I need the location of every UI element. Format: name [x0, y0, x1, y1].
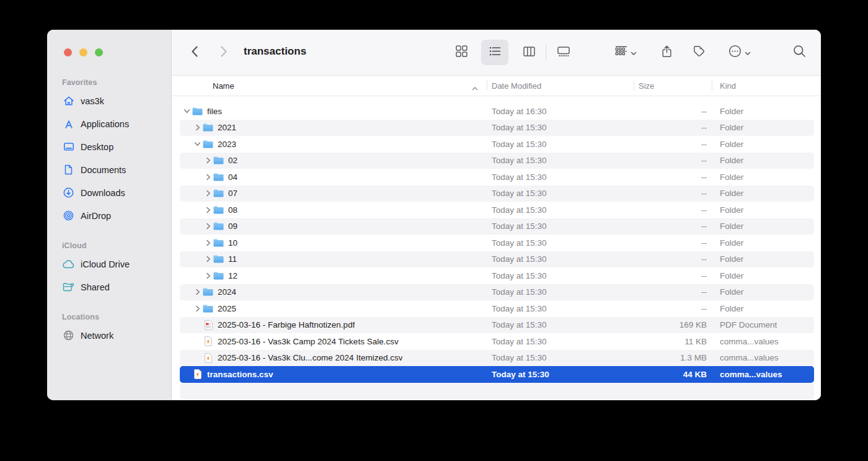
file-row-12[interactable]: 12Today at 15:30--Folder: [180, 267, 814, 284]
forward-button[interactable]: [216, 45, 232, 61]
file-row-transactions-csv[interactable]: transactions.csvToday at 15:3044 KBcomma…: [180, 366, 814, 383]
sidebar-item-desktop[interactable]: Desktop: [62, 135, 165, 158]
file-name: 2021: [218, 123, 236, 132]
download-icon: [62, 187, 75, 198]
icon-view-button[interactable]: [448, 40, 475, 65]
file-row-2023[interactable]: 2023Today at 15:30--Folder: [180, 136, 814, 153]
disclosure-collapsed-icon[interactable]: [193, 305, 202, 312]
file-name-cell: 2025-03-16 - Vas3k Camp 2024 Tickets Sal…: [180, 336, 487, 346]
sidebar-item-airdrop[interactable]: AirDrop: [62, 204, 165, 227]
column-header-size[interactable]: Size: [634, 76, 712, 96]
file-row-10[interactable]: 10Today at 15:30--Folder: [180, 235, 814, 251]
file-name: 2025: [218, 304, 236, 313]
file-row-09[interactable]: 09Today at 15:30--Folder: [180, 218, 814, 235]
sidebar-item-downloads[interactable]: Downloads: [62, 181, 165, 204]
disclosure-collapsed-icon[interactable]: [203, 174, 213, 181]
file-kind: Folder: [712, 189, 814, 198]
file-size: --: [634, 222, 712, 231]
search-button[interactable]: [786, 40, 813, 65]
file-row-08[interactable]: 08Today at 15:30--Folder: [180, 202, 814, 218]
file-name: 2025-03-16 - Vas3k Clu...come 2024 Itemi…: [218, 353, 402, 362]
file-row-2025-03-16-vas3k-camp-2024-tickets-sale-csv[interactable]: 2025-03-16 - Vas3k Camp 2024 Tickets Sal…: [180, 333, 814, 350]
column-header-name[interactable]: Name: [180, 76, 487, 96]
chevron-down-icon: [631, 47, 637, 58]
file-row-2025-03-16-farbige-haftnotizen-pdf[interactable]: 2025-03-16 - Farbige Haftnotizen.pdfToda…: [180, 317, 814, 334]
file-kind: Folder: [712, 205, 814, 215]
file-name-cell: 02: [180, 156, 487, 165]
zoom-button[interactable]: [95, 48, 103, 56]
file-name: transactions.csv: [207, 370, 273, 379]
sidebar-section-label: Favorites: [62, 78, 165, 87]
disclosure-collapsed-icon[interactable]: [203, 157, 213, 164]
disclosure-collapsed-icon[interactable]: [203, 272, 213, 279]
file-date-modified: Today at 15:30: [487, 222, 634, 231]
close-button[interactable]: [64, 48, 72, 56]
disclosure-collapsed-icon[interactable]: [203, 190, 213, 197]
appstore-icon: [62, 119, 75, 129]
file-row-11[interactable]: 11Today at 15:30--Folder: [180, 251, 814, 268]
chevron-left-icon: [190, 45, 198, 60]
cloud-icon: [62, 260, 75, 269]
folder-icon: [202, 305, 214, 313]
file-row-2025[interactable]: 2025Today at 15:30--Folder: [180, 300, 814, 317]
group-button[interactable]: [608, 40, 644, 65]
file-list: filesToday at 16:30--Folder2021Today at …: [172, 96, 821, 400]
file-name: 2024: [218, 287, 236, 297]
sidebar-item-applications[interactable]: Applications: [62, 112, 165, 135]
share-button[interactable]: [653, 40, 680, 65]
file-row-2025-03-16-vas3k-clu-come-2024-itemized-csv[interactable]: 2025-03-16 - Vas3k Clu...come 2024 Itemi…: [180, 350, 814, 367]
airdrop-icon: [62, 210, 75, 221]
more-actions-button[interactable]: [722, 40, 758, 65]
sidebar-item-vas3k[interactable]: vas3k: [62, 89, 165, 112]
file-row-2024[interactable]: 2024Today at 15:30--Folder: [180, 284, 814, 301]
sidebar-item-network[interactable]: Network: [62, 324, 165, 347]
column-header-kind[interactable]: Kind: [712, 76, 814, 96]
file-name-cell: 2025-03-16 - Vas3k Clu...come 2024 Itemi…: [180, 353, 487, 363]
column-header-date-modified[interactable]: Date Modified: [487, 76, 634, 96]
list-view-button[interactable]: [481, 40, 508, 65]
sidebar-item-documents[interactable]: Documents: [62, 158, 165, 181]
file-row-02[interactable]: 02Today at 15:30--Folder: [180, 153, 814, 169]
column-view-button[interactable]: [515, 40, 542, 65]
file-size: 11 KB: [634, 337, 712, 346]
file-name: 07: [228, 189, 237, 198]
window-title: transactions: [244, 45, 306, 58]
file-row-04[interactable]: 04Today at 15:30--Folder: [180, 169, 814, 186]
file-size: --: [634, 172, 712, 182]
tags-button[interactable]: [685, 40, 712, 65]
minimize-button[interactable]: [79, 48, 87, 56]
toolbar-separator: [546, 45, 546, 61]
back-button[interactable]: [186, 45, 202, 61]
folder-icon: [213, 173, 224, 181]
file-name-cell: 2021: [180, 123, 487, 132]
file-kind: Folder: [712, 287, 814, 297]
disclosure-collapsed-icon[interactable]: [203, 223, 213, 230]
file-size: --: [634, 304, 712, 313]
disclosure-collapsed-icon[interactable]: [193, 289, 202, 295]
file-row-2021[interactable]: 2021Today at 15:30--Folder: [180, 120, 814, 137]
grid-view-icon: [456, 45, 467, 60]
file-date-modified: Today at 15:30: [487, 271, 634, 280]
file-row-files[interactable]: filesToday at 16:30--Folder: [180, 103, 814, 120]
disclosure-expanded-icon[interactable]: [193, 141, 202, 146]
sidebar-item-shared[interactable]: Shared: [62, 275, 165, 298]
folder-icon: [213, 272, 224, 280]
disclosure-collapsed-icon[interactable]: [203, 239, 213, 246]
disclosure-collapsed-icon[interactable]: [203, 256, 213, 262]
file-name-cell: 04: [180, 172, 487, 182]
file-size: --: [634, 140, 712, 149]
empty-stripe-row: [180, 383, 814, 400]
search-icon: [793, 45, 806, 60]
file-size: --: [634, 156, 712, 165]
file-name-cell: 2023: [180, 140, 487, 149]
gallery-view-button[interactable]: [550, 40, 577, 65]
file-size: --: [634, 107, 712, 116]
disclosure-collapsed-icon[interactable]: [203, 207, 213, 213]
file-row-07[interactable]: 07Today at 15:30--Folder: [180, 186, 814, 202]
disclosure-expanded-icon[interactable]: [182, 109, 192, 114]
file-kind: Folder: [712, 156, 814, 165]
disclosure-collapsed-icon[interactable]: [193, 124, 202, 131]
file-name: 09: [228, 222, 237, 231]
sidebar-item-icloud-drive[interactable]: iCloud Drive: [62, 253, 165, 275]
globe-icon: [62, 330, 75, 341]
